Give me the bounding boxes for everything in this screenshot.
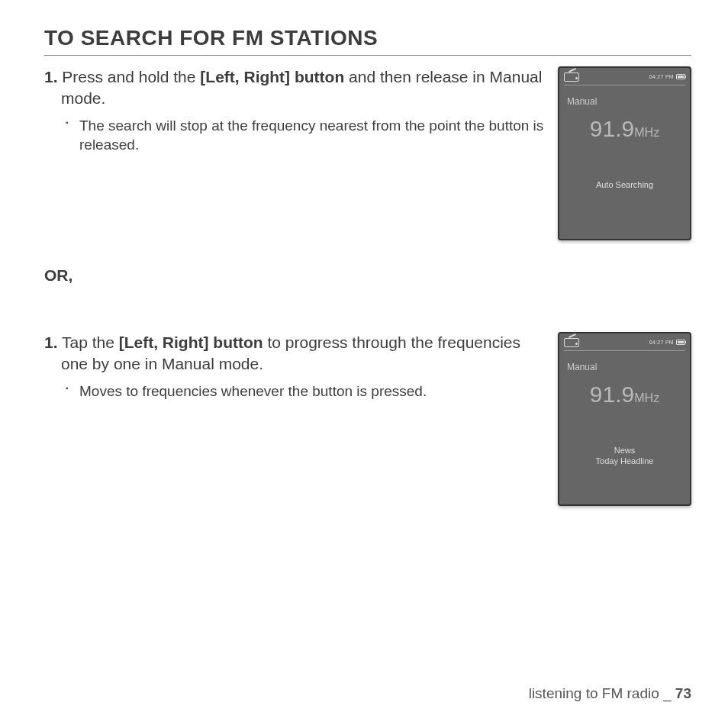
status-time: 04:27 PM <box>649 340 674 345</box>
step-number: 1. <box>44 68 58 85</box>
mode-label: Manual <box>559 87 690 110</box>
step-1-text: 1. Press and hold the [Left, Right] butt… <box>44 66 544 110</box>
section-1: 1. Press and hold the [Left, Right] butt… <box>44 66 691 240</box>
radio-icon <box>564 71 579 82</box>
page-title: TO SEARCH FOR FM STATIONS <box>44 26 691 56</box>
frequency-dial <box>559 143 690 176</box>
status-text: News Today Headline <box>559 441 690 470</box>
frequency-dial <box>559 409 690 441</box>
device-screenshot-2: 04:27 PM Manual 91.9MHz News Today Headl… <box>558 332 691 506</box>
battery-icon <box>676 340 685 345</box>
or-separator: OR, <box>44 266 691 285</box>
device-screenshot-1: 04:27 PM Manual 91.9MHz Auto Searching <box>558 66 691 240</box>
section-2: 1. Tap the [Left, Right] button to progr… <box>44 332 691 506</box>
frequency-display: 91.9MHz <box>559 375 690 409</box>
radio-icon <box>564 337 579 347</box>
step-1-bullet: The search will stop at the frequency ne… <box>66 116 544 155</box>
status-text: Auto Searching <box>559 176 690 194</box>
step-2-text: 1. Tap the [Left, Right] button to progr… <box>44 332 544 375</box>
status-time: 04:27 PM <box>649 74 674 79</box>
mode-label: Manual <box>559 353 690 375</box>
step-2-bullet: Moves to frequencies whenever the button… <box>66 382 544 401</box>
frequency-display: 91.9MHz <box>559 110 690 143</box>
page-footer: listening to FM radio _ 73 <box>529 685 691 702</box>
step-number: 1. <box>44 333 58 351</box>
battery-icon <box>676 74 685 79</box>
